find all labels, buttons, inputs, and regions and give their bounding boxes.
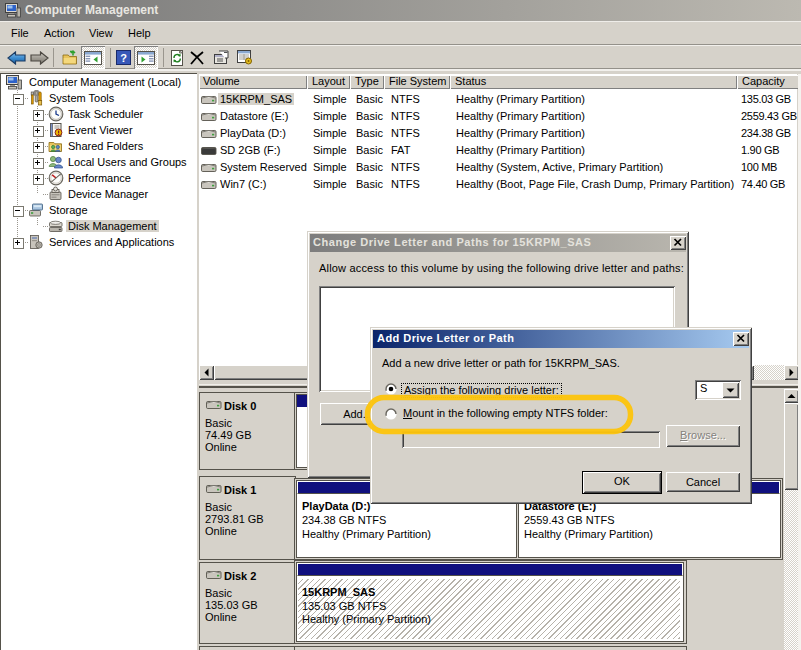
svg-text:?: ? <box>120 52 127 64</box>
